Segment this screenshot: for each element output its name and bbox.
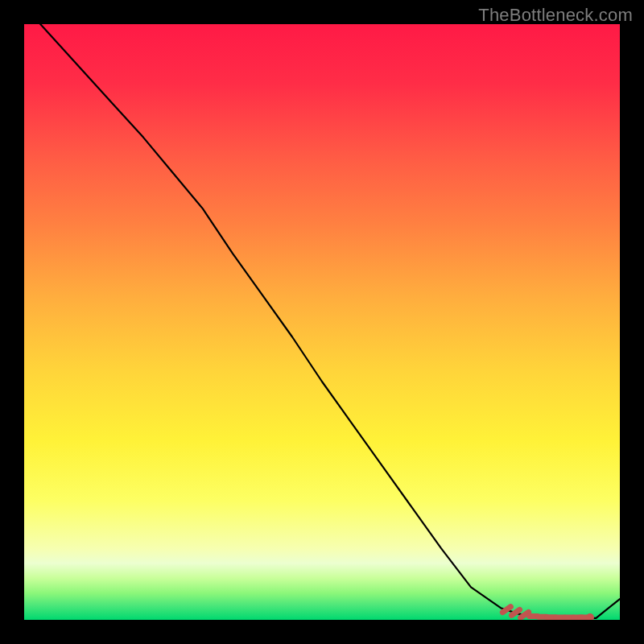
gradient-background <box>24 24 620 620</box>
plot-svg <box>24 24 620 620</box>
watermark-text: TheBottleneck.com <box>478 5 633 26</box>
plot-area <box>24 24 620 620</box>
chart-stage: TheBottleneck.com <box>0 0 644 644</box>
